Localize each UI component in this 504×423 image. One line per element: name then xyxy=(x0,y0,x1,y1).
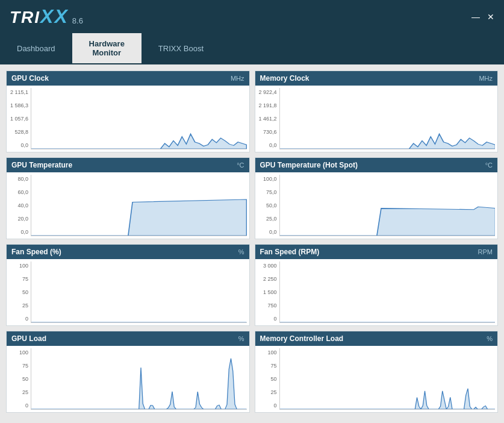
chart-svg-gpu-load xyxy=(31,348,247,409)
chart-header-memory-controller-load: Memory Controller Load% xyxy=(255,331,498,346)
y-axis-label: 75,0 xyxy=(266,189,277,195)
chart-area-memory-clock xyxy=(279,88,496,149)
tab-bar: Dashboard HardwareMonitor TRIXX Boost xyxy=(0,33,504,64)
y-axis-label: 0 xyxy=(273,316,276,322)
y-axis-label: 2 250 xyxy=(263,276,277,282)
app-logo: TRIXX xyxy=(10,5,69,28)
chart-title-gpu-temperature-hotspot: GPU Temperature (Hot Spot) xyxy=(260,161,358,169)
chart-title-memory-controller-load: Memory Controller Load xyxy=(260,334,344,343)
y-axis-label: 0 xyxy=(273,403,276,409)
chart-body-fan-speed-rpm: 3 0002 2501 5007500 xyxy=(255,259,498,325)
chart-card-fan-speed-pct: Fan Speed (%)%1007550250 xyxy=(6,244,250,326)
chart-title-gpu-load: GPU Load xyxy=(11,334,46,343)
y-axis-gpu-load: 1007550250 xyxy=(7,348,31,410)
y-axis-label: 75 xyxy=(22,363,28,369)
chart-title-gpu-clock: GPU Clock xyxy=(11,74,49,83)
chart-card-memory-clock: Memory ClockMHz2 922,42 191,81 461,2730,… xyxy=(255,70,499,152)
y-axis-label: 0 xyxy=(25,403,28,409)
chart-card-fan-speed-rpm: Fan Speed (RPM)RPM3 0002 2501 5007500 xyxy=(255,244,499,326)
chart-area-memory-controller-load xyxy=(279,348,496,410)
y-axis-label: 100 xyxy=(19,263,28,269)
chart-area-fan-speed-pct xyxy=(31,262,247,323)
y-axis-label: 750 xyxy=(267,302,276,309)
y-axis-label: 1 461,2 xyxy=(258,116,276,122)
y-axis-label: 100 xyxy=(267,349,276,356)
chart-unit-gpu-load: % xyxy=(238,335,244,342)
chart-body-fan-speed-pct: 1007550250 xyxy=(7,259,249,325)
chart-area-gpu-temperature xyxy=(31,175,247,236)
y-axis-label: 20,0 xyxy=(17,216,28,222)
y-axis-label: 50 xyxy=(22,289,28,295)
tab-hardware-monitor[interactable]: HardwareMonitor xyxy=(72,33,142,63)
chart-card-gpu-load: GPU Load%1007550250 xyxy=(6,331,250,413)
y-axis-label: 0,0 xyxy=(269,142,277,148)
y-axis-label: 25 xyxy=(22,389,28,395)
chart-svg-memory-controller-load xyxy=(280,348,496,409)
chart-header-memory-clock: Memory ClockMHz xyxy=(255,71,498,86)
y-axis-label: 50,0 xyxy=(266,202,277,208)
chart-card-gpu-temperature-hotspot: GPU Temperature (Hot Spot)°C100,075,050,… xyxy=(255,157,499,239)
y-axis-gpu-temperature-hotspot: 100,075,050,025,00,0 xyxy=(255,175,279,236)
y-axis-label: 40,0 xyxy=(17,202,28,208)
chart-area-gpu-clock xyxy=(31,88,247,149)
y-axis-label: 2 922,4 xyxy=(258,89,276,95)
y-axis-label: 2 115,1 xyxy=(10,89,28,95)
chart-header-gpu-load: GPU Load% xyxy=(7,331,249,346)
y-axis-label: 2 191,8 xyxy=(258,102,276,108)
y-axis-label: 1 586,3 xyxy=(10,102,28,108)
y-axis-label: 25,0 xyxy=(266,216,277,222)
y-axis-label: 100,0 xyxy=(263,176,277,182)
y-axis-label: 528,8 xyxy=(14,129,28,135)
chart-body-memory-clock: 2 922,42 191,81 461,2730,60,0 xyxy=(255,86,498,152)
y-axis-label: 50 xyxy=(22,376,28,382)
chart-svg-gpu-temperature xyxy=(31,175,247,236)
chart-area-fan-speed-rpm xyxy=(279,262,496,323)
chart-unit-fan-speed-rpm: RPM xyxy=(478,248,493,255)
y-axis-label: 1 500 xyxy=(263,289,277,295)
y-axis-label: 50 xyxy=(270,376,276,382)
y-axis-memory-clock: 2 922,42 191,81 461,2730,60,0 xyxy=(255,88,279,149)
y-axis-label: 75 xyxy=(270,363,276,369)
y-axis-fan-speed-pct: 1007550250 xyxy=(7,262,31,323)
chart-unit-gpu-temperature-hotspot: °C xyxy=(485,161,493,169)
chart-unit-memory-controller-load: % xyxy=(487,335,493,342)
logo-area: TRIXX 8.6 xyxy=(10,5,83,28)
chart-svg-memory-clock xyxy=(280,88,496,149)
y-axis-label: 0,0 xyxy=(20,229,28,235)
chart-unit-fan-speed-pct: % xyxy=(238,248,244,255)
chart-unit-memory-clock: MHz xyxy=(479,75,493,82)
chart-area-gpu-temperature-hotspot xyxy=(279,175,496,236)
chart-area-gpu-load xyxy=(31,348,247,410)
y-axis-label: 25 xyxy=(270,389,276,395)
y-axis-memory-controller-load: 1007550250 xyxy=(255,348,279,410)
tab-trixx-boost[interactable]: TRIXX Boost xyxy=(142,33,220,63)
y-axis-label: 0 xyxy=(25,316,28,322)
app-version: 8.6 xyxy=(72,16,83,28)
chart-card-gpu-clock: GPU ClockMHz2 115,11 586,31 057,6528,80,… xyxy=(6,70,250,152)
y-axis-label: 1 057,6 xyxy=(10,116,28,122)
y-axis-label: 100 xyxy=(19,349,28,356)
tab-dashboard[interactable]: Dashboard xyxy=(0,33,72,63)
chart-body-gpu-temperature-hotspot: 100,075,050,025,00,0 xyxy=(255,172,498,239)
y-axis-label: 730,6 xyxy=(263,129,277,135)
chart-svg-fan-speed-rpm xyxy=(280,262,496,322)
main-content: GPU ClockMHz2 115,11 586,31 057,6528,80,… xyxy=(0,64,504,423)
chart-title-fan-speed-rpm: Fan Speed (RPM) xyxy=(260,248,320,256)
chart-header-gpu-temperature: GPU Temperature°C xyxy=(7,158,249,172)
chart-header-gpu-temperature-hotspot: GPU Temperature (Hot Spot)°C xyxy=(255,158,498,172)
y-axis-gpu-clock: 2 115,11 586,31 057,6528,80,0 xyxy=(7,88,31,149)
minimize-button[interactable]: — xyxy=(471,13,480,21)
y-axis-label: 0,0 xyxy=(20,142,28,148)
y-axis-label: 60,0 xyxy=(17,189,28,195)
y-axis-gpu-temperature: 80,060,040,020,00,0 xyxy=(7,175,31,236)
chart-svg-gpu-temperature-hotspot xyxy=(280,175,496,236)
y-axis-label: 80,0 xyxy=(17,176,28,182)
close-button[interactable]: ✕ xyxy=(487,13,494,21)
y-axis-label: 25 xyxy=(22,302,28,309)
chart-unit-gpu-temperature: °C xyxy=(237,161,244,169)
y-axis-fan-speed-rpm: 3 0002 2501 5007500 xyxy=(255,262,279,323)
chart-body-memory-controller-load: 1007550250 xyxy=(255,346,498,412)
y-axis-label: 0,0 xyxy=(269,229,277,235)
chart-body-gpu-clock: 2 115,11 586,31 057,6528,80,0 xyxy=(7,86,249,152)
chart-header-gpu-clock: GPU ClockMHz xyxy=(7,71,249,86)
